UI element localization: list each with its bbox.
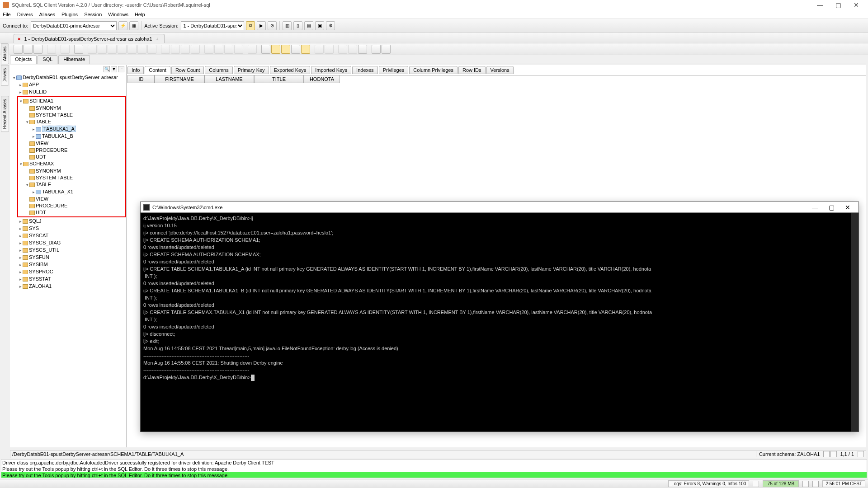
tree-sysibm[interactable]: SYSIBM xyxy=(29,262,48,267)
session-pin-button[interactable]: ⧉ xyxy=(246,21,255,30)
tb-btn-1[interactable] xyxy=(14,45,23,54)
tb-btn-29[interactable] xyxy=(338,45,347,54)
grid-col-lastname[interactable]: LASTNAME xyxy=(204,75,254,83)
grid-col-id[interactable]: ID xyxy=(127,75,155,83)
tree-search-icon[interactable]: 🔍 xyxy=(104,66,110,72)
tree-sysstat[interactable]: SYSSTAT xyxy=(29,276,51,282)
cmd-minimize-button[interactable]: — xyxy=(807,204,823,211)
detail-tab-columns[interactable]: Columns xyxy=(205,66,232,74)
tb-btn-25[interactable] xyxy=(291,45,300,54)
message-area[interactable]: Driver class org.apache.derby.jdbc.Autol… xyxy=(1,459,867,478)
close-tab-icon[interactable]: × xyxy=(18,36,20,42)
tree-zaloha1[interactable]: ZALOHA1 xyxy=(29,283,52,289)
detail-tab-versions[interactable]: Versions xyxy=(486,66,514,74)
cmd-close-button[interactable]: ✕ xyxy=(840,204,856,211)
tb-btn-7[interactable] xyxy=(98,45,107,54)
tb-btn-8[interactable] xyxy=(108,45,117,54)
tb-btn-12[interactable] xyxy=(147,45,156,54)
tb-btn-24[interactable] xyxy=(281,45,290,54)
tree-x-synonym[interactable]: SYNONYM xyxy=(36,168,61,174)
tree-tabulka1b[interactable]: TABULKA1_B xyxy=(42,133,73,139)
schema-options-icon[interactable] xyxy=(830,451,837,457)
cmd-window[interactable]: C:\Windows\System32\cmd.exe — ▢ ✕ d:\Jav… xyxy=(140,202,859,432)
tb-btn-20[interactable] xyxy=(234,45,243,54)
tree-x-systable[interactable]: SYSTEM TABLE xyxy=(36,175,73,180)
cmd-title-bar[interactable]: C:\Windows\System32\cmd.exe — ▢ ✕ xyxy=(141,202,859,213)
tb-btn-17[interactable] xyxy=(204,45,213,54)
tree-tabulkax1[interactable]: TABULKA_X1 xyxy=(42,189,73,194)
menu-help[interactable]: Help xyxy=(135,12,145,17)
prefs-button[interactable]: ⚙ xyxy=(326,21,335,30)
tree-nullid[interactable]: NULLID xyxy=(29,89,47,94)
menu-drivers[interactable]: Drivers xyxy=(17,12,33,17)
connect-button[interactable]: ⚡ xyxy=(118,21,127,30)
tb-btn-21[interactable] xyxy=(248,45,257,54)
tb-btn-11[interactable] xyxy=(137,45,146,54)
tree-tabulka1a[interactable]: TABULKA1_A xyxy=(42,126,76,132)
tb-btn-33[interactable] xyxy=(382,45,391,54)
tree-synonym[interactable]: SYNONYM xyxy=(36,105,61,111)
close-button[interactable]: ✕ xyxy=(847,1,865,9)
tree-x-procedure[interactable]: PROCEDURE xyxy=(36,203,67,208)
view-tab-hibernate[interactable]: Hibernate xyxy=(58,55,90,64)
minimize-button[interactable]: — xyxy=(811,1,829,9)
tb-btn-15[interactable] xyxy=(181,45,190,54)
tree-x-table[interactable]: TABLE xyxy=(36,182,51,187)
active-session-select[interactable]: 1 - DerbyDatabE01-spustDerb... xyxy=(181,21,244,30)
tree-options-icon[interactable]: ⋯ xyxy=(118,66,124,72)
tree-x-view[interactable]: VIEW xyxy=(36,196,48,202)
view-tab-objects[interactable]: Objects xyxy=(10,55,37,64)
detail-tab-content[interactable]: Content xyxy=(145,66,170,74)
tb-btn-19[interactable] xyxy=(224,45,233,54)
tb-btn-22[interactable] xyxy=(261,45,270,54)
session-tab[interactable]: × 1 - DerbyDatabE01-spustDerbyServer-adr… xyxy=(14,34,165,43)
tile-v-button[interactable]: ▯ xyxy=(293,21,302,30)
detail-tab-primary-key[interactable]: Primary Key xyxy=(234,66,269,74)
menu-plugins[interactable]: Plugins xyxy=(61,12,78,17)
new-sql-tab-icon[interactable]: + xyxy=(154,36,160,42)
tb-btn-14[interactable] xyxy=(171,45,180,54)
tree-sysfun[interactable]: SYSFUN xyxy=(29,254,49,260)
grid-col-firstname[interactable]: FIRSTNAME xyxy=(155,75,204,83)
tree-table[interactable]: TABLE xyxy=(36,119,51,124)
status-gc-icon[interactable] xyxy=(802,481,809,487)
tb-btn-10[interactable] xyxy=(127,45,137,54)
tree-app[interactable]: APP xyxy=(29,82,39,87)
tree-udt[interactable]: UDT xyxy=(36,154,46,160)
tree-schema1[interactable]: SCHEMA1 xyxy=(29,98,53,103)
detail-tab-row-count[interactable]: Row Count xyxy=(171,66,204,74)
connect-to-select[interactable]: DerbyDatabE01-primoAdresar xyxy=(31,21,117,30)
tb-btn-28[interactable] xyxy=(325,45,334,54)
menu-aliases[interactable]: Aliases xyxy=(39,12,55,17)
detail-tab-privileges[interactable]: Privileges xyxy=(379,66,409,74)
object-tree[interactable]: ▾DerbyDatabE01-spustDerbyServer-adresar … xyxy=(10,73,126,447)
detail-tab-exported-keys[interactable]: Exported Keys xyxy=(270,66,311,74)
session-run-button[interactable]: ▶ xyxy=(257,21,266,30)
cmd-scrollbar[interactable] xyxy=(851,213,859,432)
view-tab-sql[interactable]: SQL xyxy=(38,55,57,64)
tile-button[interactable]: ▥ xyxy=(283,21,292,30)
tree-root[interactable]: DerbyDatabE01-spustDerbyServer-adresar xyxy=(23,75,118,80)
tree-procedure[interactable]: PROCEDURE xyxy=(36,147,67,153)
tb-btn-16[interactable] xyxy=(191,45,200,54)
tb-btn-30[interactable] xyxy=(348,45,357,54)
tree-syscsutil[interactable]: SYSCS_UTIL xyxy=(29,247,59,253)
tb-btn-31[interactable] xyxy=(358,45,367,54)
tb-btn-26[interactable] xyxy=(301,45,310,54)
tree-view[interactable]: VIEW xyxy=(36,141,48,146)
tb-btn-6[interactable] xyxy=(88,45,97,54)
tree-sqlj[interactable]: SQLJ xyxy=(29,218,42,224)
tree-x-udt[interactable]: UDT xyxy=(36,210,46,215)
tb-btn-4[interactable] xyxy=(47,45,56,54)
grid-col-title[interactable]: TITLE xyxy=(254,75,304,83)
tree-sysproc[interactable]: SYSPROC xyxy=(29,269,53,274)
status-logs-icon[interactable] xyxy=(753,481,759,487)
tree-syscsdiag[interactable]: SYSCS_DIAG xyxy=(29,240,61,245)
tb-btn-3[interactable] xyxy=(33,45,42,54)
side-tab-drivers[interactable]: Drivers xyxy=(1,65,9,86)
menu-session[interactable]: Session xyxy=(84,12,102,17)
detail-tab-indexes[interactable]: Indexes xyxy=(352,66,378,74)
side-tab-recent[interactable]: Recent Aliases xyxy=(1,96,9,132)
grid-col-hodnota[interactable]: HODNOTA xyxy=(304,75,340,83)
detail-tab-column-privileges[interactable]: Column Privileges xyxy=(409,66,458,74)
